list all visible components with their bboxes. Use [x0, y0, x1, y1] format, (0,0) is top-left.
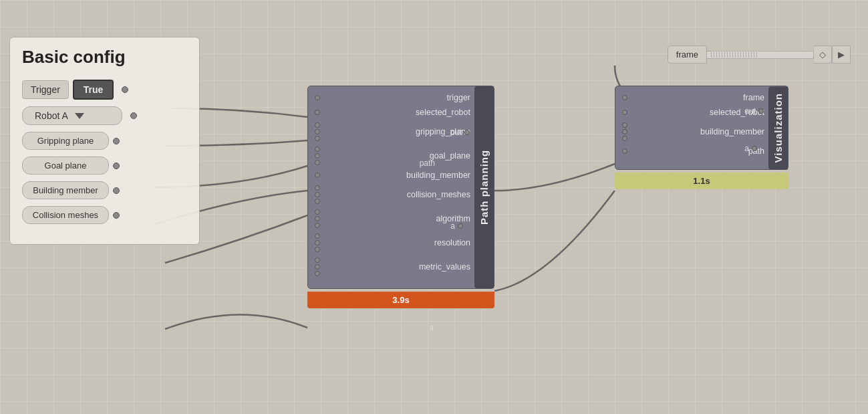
gripping-plane-port[interactable] [113, 138, 120, 144]
tick [740, 52, 741, 58]
robot-select[interactable]: Robot A [22, 106, 122, 125]
tick [727, 52, 728, 58]
viz-port-path[interactable] [622, 148, 627, 154]
collision-meshes-port[interactable] [113, 212, 120, 219]
tick [751, 52, 752, 58]
robot-output-port[interactable] [130, 112, 137, 119]
pp-label-resolution: resolution [323, 238, 474, 247]
pp-input-selected-robot: selected_robot [315, 108, 474, 117]
slider-ticks [707, 51, 813, 58]
port-collision-3[interactable] [315, 199, 320, 204]
tick [732, 52, 733, 58]
pp-path-label: path [420, 159, 435, 168]
wire-path-out [494, 164, 615, 191]
viz-input-frame: frame [622, 93, 768, 102]
port-algo-1[interactable] [315, 209, 320, 215]
tick [746, 52, 746, 58]
wire-a-out [494, 191, 615, 291]
viz-port-frame[interactable] [622, 95, 627, 100]
port-robot-1[interactable] [315, 110, 320, 115]
basic-config-title: Basic config [22, 47, 187, 68]
port-algo-2[interactable] [315, 216, 320, 221]
pp-outputs-inner: out a [450, 128, 470, 231]
tick [724, 52, 725, 58]
pp-input-trigger: trigger [315, 93, 474, 102]
path-planning-node: trigger selected_robot gripping_plane [307, 86, 494, 308]
frame-label: frame [668, 45, 707, 64]
tick [716, 52, 717, 58]
pp-out-port[interactable] [464, 130, 470, 135]
tick [756, 52, 757, 58]
viz-outputs-inner: out a [744, 106, 764, 153]
tick [743, 52, 744, 58]
trigger-row: Trigger True [22, 80, 187, 100]
port-collision-2[interactable] [315, 192, 320, 197]
tick [748, 52, 749, 58]
port-algo-3[interactable] [315, 223, 320, 228]
viz-port-robot[interactable] [622, 110, 627, 115]
basic-config-panel: Basic config Trigger True Robot A Grippi… [9, 37, 200, 245]
tick [735, 52, 736, 58]
trigger-label: Trigger [22, 80, 69, 99]
port-goal-2[interactable] [315, 153, 320, 159]
tick [722, 52, 722, 58]
pp-label-robot: selected_robot [323, 108, 474, 117]
frame-slider[interactable] [707, 51, 814, 59]
tick [730, 52, 730, 58]
robot-row: Robot A [22, 106, 187, 125]
pp-a-label: a [450, 221, 455, 231]
goal-plane-label[interactable]: Goal plane [22, 157, 109, 175]
port-building-1[interactable] [315, 173, 320, 178]
tick [711, 52, 712, 58]
gripping-plane-item: Gripping plane [22, 132, 187, 150]
building-member-label[interactable]: Building member [22, 181, 109, 199]
trigger-output-port[interactable] [122, 86, 128, 93]
collision-meshes-item: Collision meshes [22, 206, 187, 224]
port-collision-1[interactable] [315, 185, 320, 191]
pp-input-resolution: resolution [315, 233, 474, 252]
port-metric-1[interactable] [315, 257, 320, 263]
viz-port-building-3[interactable] [622, 136, 627, 141]
port-res-2[interactable] [315, 240, 320, 245]
gripping-plane-label[interactable]: Gripping plane [22, 132, 109, 150]
tick [754, 52, 754, 58]
port-res-3[interactable] [315, 247, 320, 252]
port-gripping-1[interactable] [315, 122, 320, 128]
port-res-1[interactable] [315, 233, 320, 239]
port-metric-3[interactable] [315, 271, 320, 276]
pp-label-metric: metric_values [323, 262, 474, 272]
frame-input-widget: frame ◇ ▶ [668, 45, 851, 64]
tick [738, 52, 738, 58]
path-planning-inputs: trigger selected_robot gripping_plane [308, 86, 474, 288]
viz-out-port[interactable] [758, 108, 764, 114]
path-planning-body: trigger selected_robot gripping_plane [307, 86, 494, 289]
viz-body: frame selected_robot building_member [615, 86, 788, 170]
frame-arrow-button[interactable]: ▶ [832, 45, 851, 64]
pp-out-a: a [450, 221, 470, 231]
pp-out-label: out [450, 128, 462, 137]
viz-a-label: a [744, 144, 749, 153]
visualization-title: Visualization [768, 86, 788, 169]
pp-a-port[interactable] [458, 223, 463, 229]
frame-diamond-icon[interactable]: ◇ [814, 45, 832, 64]
pp-out-path: out [450, 128, 470, 137]
viz-out-a: a [744, 144, 764, 153]
goal-plane-port[interactable] [113, 163, 120, 169]
building-member-port[interactable] [113, 187, 120, 194]
viz-port-building-1[interactable] [622, 122, 627, 128]
port-gripping-3[interactable] [315, 136, 320, 141]
building-member-item: Building member [22, 181, 187, 199]
port-goal-1[interactable] [315, 146, 320, 152]
port-trigger-1[interactable] [315, 95, 320, 100]
goal-plane-item: Goal plane [22, 157, 187, 175]
collision-meshes-label[interactable]: Collision meshes [22, 206, 109, 224]
viz-label-frame: frame [630, 93, 768, 102]
trigger-value[interactable]: True [73, 80, 114, 100]
pp-a2-label: a [429, 323, 434, 332]
port-metric-2[interactable] [315, 264, 320, 270]
wire-collision [165, 314, 307, 329]
viz-port-building-2[interactable] [622, 129, 627, 134]
viz-a-port[interactable] [752, 146, 757, 151]
port-goal-3[interactable] [315, 160, 320, 165]
port-gripping-2[interactable] [315, 129, 320, 134]
